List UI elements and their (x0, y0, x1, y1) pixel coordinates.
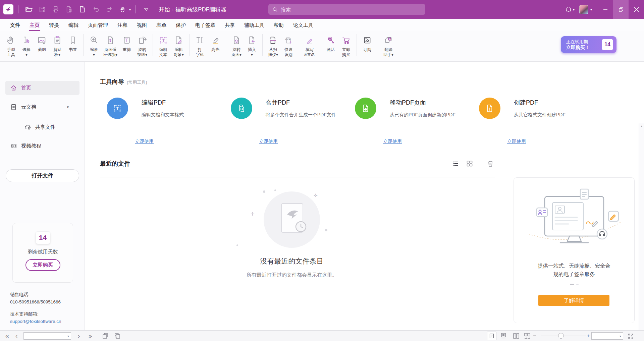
save-icon[interactable] (37, 4, 48, 15)
card-use-now-link[interactable]: 立即使用 (135, 138, 154, 145)
card-use-now-link[interactable]: 立即使用 (507, 138, 526, 145)
ribbon-edit-text[interactable]: 编辑 文本 (156, 33, 171, 58)
menu-accessibility[interactable]: 辅助工具 (239, 19, 269, 31)
open-file-icon[interactable] (23, 4, 35, 15)
zoom-slider-thumb[interactable] (558, 333, 564, 339)
ribbon-edit-object[interactable]: 编辑 对象▾ (171, 33, 186, 58)
grid-view-icon[interactable] (465, 159, 474, 168)
card-merge-pdf[interactable]: 合并PDF 将多个文件合并生成一个PDF文件 立即使用 (224, 94, 348, 148)
facing-view-icon[interactable] (512, 332, 520, 340)
card-edit-pdf[interactable]: 编辑PDF 编辑文档和文本格式 立即使用 (100, 94, 224, 148)
next-page-icon[interactable]: › (78, 331, 80, 341)
menu-file[interactable]: 文件 (5, 19, 25, 31)
account-caret-icon[interactable]: ▾ (590, 8, 592, 11)
hand-tool-quick-icon[interactable] (117, 4, 128, 15)
ribbon-select[interactable]: 选择 ▾ (19, 33, 34, 58)
collapse-toolbar-icon[interactable] (141, 4, 152, 15)
hand-tool-caret-icon[interactable]: ▾ (129, 8, 131, 11)
search-box[interactable] (268, 4, 425, 15)
support-email-link[interactable]: support@foxitsoftware.cn (10, 318, 61, 325)
menu-share[interactable]: 共享 (220, 19, 239, 31)
card-use-now-link[interactable]: 立即使用 (383, 138, 402, 145)
close-button[interactable] (629, 0, 644, 19)
menu-view[interactable]: 视图 (132, 19, 152, 31)
user-avatar[interactable] (579, 5, 588, 14)
fullscreen-icon[interactable] (627, 332, 635, 340)
menu-paper-tools[interactable]: 论文工具 (288, 19, 318, 31)
ribbon-snapshot[interactable]: 截图 (34, 33, 50, 53)
single-page-view-icon[interactable] (487, 332, 496, 340)
zoom-level-box[interactable]: ▾ (591, 332, 623, 340)
buy-now-button[interactable]: 立即购买 (25, 259, 60, 271)
sidebar-item-video-tutorials[interactable]: 视频教程 (0, 139, 85, 153)
learn-more-button[interactable]: 了解详情 (538, 295, 609, 306)
ribbon-insert[interactable]: 插入 ▾ (244, 33, 260, 58)
page-number-caret-icon[interactable]: ▾ (67, 334, 69, 338)
ribbon-quick-ocr[interactable]: OCR 快速 识别 (281, 33, 296, 58)
redo-icon[interactable] (104, 4, 115, 15)
search-input[interactable] (281, 7, 421, 12)
sidebar-item-shared-files[interactable]: 共享文件 (0, 120, 85, 134)
menu-page-manage[interactable]: 页面管理 (83, 19, 113, 31)
first-page-icon[interactable]: « (5, 331, 9, 341)
scrollbar-up-icon[interactable]: ▲ (639, 125, 644, 128)
menu-comment[interactable]: 注释 (113, 19, 132, 31)
ribbon-zoom[interactable]: 缩放 ▾ (86, 33, 102, 58)
notifications-caret-icon[interactable]: ▾ (573, 8, 575, 11)
trash-icon[interactable] (486, 159, 495, 168)
page-number-input[interactable] (24, 333, 63, 339)
ribbon-reflow[interactable]: 重排 (119, 33, 135, 53)
page-number-box[interactable]: ▾ (23, 332, 71, 340)
ribbon-from-scanner[interactable]: 从扫 描仪▾ (265, 33, 281, 58)
carousel-dot-active[interactable] (570, 284, 574, 285)
content-scrollbar[interactable]: ▲ ▼ (639, 123, 644, 341)
facing-continuous-view-icon[interactable] (523, 332, 531, 340)
ribbon-rotate-view[interactable]: 旋转 视图▾ (135, 33, 150, 58)
menu-convert[interactable]: 转换 (44, 19, 64, 31)
open-file-button[interactable]: 打开文件 (6, 169, 79, 182)
ribbon-clipboard[interactable]: 剪贴 板▾ (50, 33, 65, 58)
zoom-in-icon[interactable]: + (587, 331, 590, 341)
ribbon-rotate-pages[interactable]: 旋转 页面▾ (229, 33, 244, 58)
trial-badge[interactable]: 正在试用期 立即购买！ 14 (561, 36, 616, 53)
ribbon-activate[interactable]: 激活 (323, 33, 338, 53)
ribbon-page-fit[interactable]: 页面适 应选项▾ (102, 33, 119, 58)
menu-form[interactable]: 表单 (152, 19, 171, 31)
undo-icon[interactable] (90, 4, 102, 15)
print-icon[interactable] (50, 4, 61, 15)
ribbon-buy-now[interactable]: 立即 购买 (338, 33, 354, 58)
ribbon-fill-sign[interactable]: 填写 &签名 (302, 33, 317, 58)
menu-help[interactable]: 帮助 (269, 19, 288, 31)
continuous-view-icon[interactable] (499, 332, 507, 340)
previous-page-icon[interactable]: ‹ (15, 331, 17, 341)
ribbon-subscribe[interactable]: 订阅 (360, 33, 375, 53)
minimize-button[interactable] (598, 0, 613, 19)
carousel-dot[interactable] (576, 284, 579, 285)
menu-protect[interactable]: 保护 (171, 19, 191, 31)
card-use-now-link[interactable]: 立即使用 (259, 138, 278, 145)
convert-document-icon[interactable] (63, 4, 75, 15)
list-view-icon[interactable] (451, 159, 460, 168)
ribbon-typewriter[interactable]: 打 字机 (192, 33, 208, 58)
zoom-level-input[interactable] (592, 333, 616, 339)
ribbon-highlight[interactable]: 高亮 (208, 33, 223, 53)
ribbon-bookmark[interactable]: 书签 (65, 33, 80, 53)
card-create-pdf[interactable]: 创建PDF 从其它格式文件创建PDF 立即使用 (472, 94, 596, 148)
next-view-icon[interactable] (113, 332, 121, 340)
ribbon-hand-tool[interactable]: 手型 工具 (3, 33, 19, 58)
sidebar-item-cloud-docs[interactable]: 云文档 ▾ (0, 100, 85, 114)
menu-esign[interactable]: 电子签章 (191, 19, 220, 31)
notifications-bell-icon[interactable] (563, 4, 574, 15)
previous-view-icon[interactable] (101, 332, 109, 340)
ribbon-translate[interactable]: A 翻译 助手▾ (381, 33, 396, 58)
new-document-icon[interactable] (77, 4, 88, 15)
restore-button[interactable] (613, 0, 629, 19)
cloud-docs-caret-icon[interactable]: ▾ (67, 105, 69, 109)
zoom-level-caret-icon[interactable]: ▾ (620, 334, 621, 338)
last-page-icon[interactable]: » (89, 331, 92, 341)
menu-edit[interactable]: 编辑 (64, 19, 83, 31)
zoom-out-icon[interactable]: − (533, 331, 536, 341)
menu-home[interactable]: 主页 (25, 19, 44, 31)
sidebar-item-home[interactable]: 首页 (5, 81, 79, 95)
card-move-pdf-pages[interactable]: 移动PDF页面 从已有的PDF页面创建新的PDF 立即使用 (348, 94, 472, 148)
